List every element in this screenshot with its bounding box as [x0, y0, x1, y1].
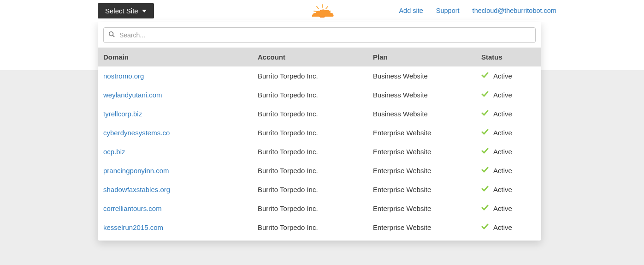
domain-link[interactable]: correlliantours.com [103, 205, 162, 212]
status-cell: Active [481, 223, 536, 232]
table-row[interactable]: nostromo.orgBurrito Torpedo Inc.Business… [98, 66, 541, 85]
check-icon [481, 185, 489, 194]
status-cell: Active [481, 90, 536, 99]
plan-cell: Enterprise Website [373, 186, 481, 193]
table-row[interactable]: prancingponyinn.comBurrito Torpedo Inc.E… [98, 161, 541, 180]
search-wrap [98, 22, 541, 48]
table-row[interactable]: kesselrun2015.comBurrito Torpedo Inc.Ent… [98, 218, 541, 237]
plan-cell: Enterprise Website [373, 205, 481, 212]
status-cell: Active [481, 72, 536, 80]
status-text: Active [493, 205, 512, 212]
svg-line-3 [326, 6, 328, 9]
plan-cell: Business Website [373, 110, 481, 118]
status-text: Active [493, 91, 512, 99]
status-text: Active [493, 148, 512, 156]
check-icon [481, 147, 489, 156]
svg-line-2 [317, 6, 319, 9]
plan-cell: Enterprise Website [373, 129, 481, 137]
table-row[interactable]: cyberdynesystems.coBurrito Torpedo Inc.E… [98, 123, 541, 142]
status-text: Active [493, 129, 512, 137]
status-text: Active [493, 110, 512, 118]
plan-cell: Business Website [373, 91, 481, 99]
account-cell: Burrito Torpedo Inc. [258, 110, 373, 118]
status-cell: Active [481, 166, 536, 175]
top-links: Add site Support thecloud@theburritobot.… [399, 0, 556, 21]
header-plan: Plan [373, 53, 481, 61]
plan-cell: Enterprise Website [373, 167, 481, 175]
plan-cell: Enterprise Website [373, 223, 481, 231]
account-cell: Burrito Torpedo Inc. [258, 205, 373, 212]
cloudflare-logo-icon [307, 4, 337, 19]
header-account: Account [258, 53, 373, 61]
caret-down-icon [142, 10, 147, 12]
account-cell: Burrito Torpedo Inc. [258, 91, 373, 99]
check-icon [481, 128, 489, 137]
domain-link[interactable]: tyrellcorp.biz [103, 110, 142, 118]
account-cell: Burrito Torpedo Inc. [258, 167, 373, 175]
account-email-link[interactable]: thecloud@theburritobot.com [473, 7, 556, 14]
table-row[interactable]: shadowfaxstables.orgBurrito Torpedo Inc.… [98, 180, 541, 199]
plan-cell: Business Website [373, 72, 481, 80]
account-cell: Burrito Torpedo Inc. [258, 186, 373, 193]
account-cell: Burrito Torpedo Inc. [258, 148, 373, 156]
check-icon [481, 204, 489, 213]
domain-link[interactable]: shadowfaxstables.org [103, 186, 170, 193]
table-row[interactable]: tyrellcorp.bizBurrito Torpedo Inc.Busine… [98, 104, 541, 123]
domain-link[interactable]: prancingponyinn.com [103, 167, 169, 175]
site-selector-panel: Domain Account Plan Status nostromo.orgB… [98, 22, 541, 241]
status-text: Active [493, 223, 512, 231]
header-domain: Domain [103, 53, 258, 61]
table-body: nostromo.orgBurrito Torpedo Inc.Business… [98, 66, 541, 237]
search-box[interactable] [103, 27, 536, 43]
plan-cell: Enterprise Website [373, 148, 481, 156]
status-cell: Active [481, 109, 536, 118]
topbar: Select Site Add site Support thecloud@th… [0, 0, 644, 21]
svg-point-6 [109, 32, 113, 36]
header-status: Status [481, 53, 536, 61]
status-text: Active [493, 186, 512, 193]
check-icon [481, 72, 489, 80]
table-row[interactable]: ocp.bizBurrito Torpedo Inc.Enterprise We… [98, 142, 541, 161]
table-row[interactable]: correlliantours.comBurrito Torpedo Inc.E… [98, 199, 541, 218]
domain-link[interactable]: kesselrun2015.com [103, 223, 163, 231]
table-header: Domain Account Plan Status [98, 48, 541, 66]
add-site-link[interactable]: Add site [399, 7, 423, 14]
account-cell: Burrito Torpedo Inc. [258, 223, 373, 231]
check-icon [481, 109, 489, 118]
status-text: Active [493, 167, 512, 175]
status-text: Active [493, 72, 512, 80]
check-icon [481, 223, 489, 232]
check-icon [481, 90, 489, 99]
check-icon [481, 166, 489, 175]
svg-line-7 [113, 36, 115, 37]
status-cell: Active [481, 128, 536, 137]
account-cell: Burrito Torpedo Inc. [258, 129, 373, 137]
status-cell: Active [481, 185, 536, 194]
table-row[interactable]: weylandyutani.comBurrito Torpedo Inc.Bus… [98, 85, 541, 104]
select-site-button[interactable]: Select Site [98, 3, 154, 18]
select-site-label: Select Site [105, 7, 138, 15]
status-cell: Active [481, 147, 536, 156]
domain-link[interactable]: weylandyutani.com [103, 91, 162, 99]
domain-link[interactable]: nostromo.org [103, 72, 144, 80]
svg-line-4 [314, 11, 317, 12]
domain-link[interactable]: cyberdynesystems.co [103, 129, 170, 137]
search-input[interactable] [119, 31, 531, 39]
search-icon [108, 31, 115, 39]
account-cell: Burrito Torpedo Inc. [258, 72, 373, 80]
domain-link[interactable]: ocp.biz [103, 148, 125, 156]
support-link[interactable]: Support [436, 7, 460, 14]
status-cell: Active [481, 204, 536, 213]
